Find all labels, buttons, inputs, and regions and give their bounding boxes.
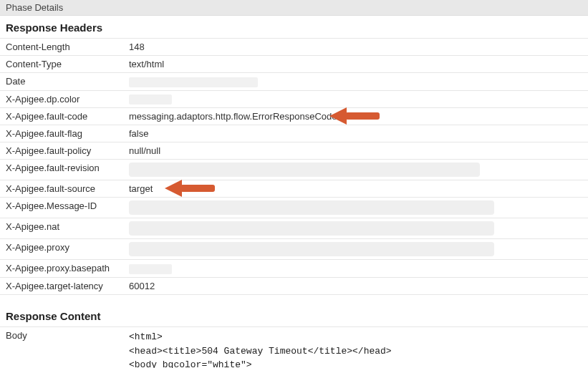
table-row: Body <html> <head><title>504 Gateway Tim… — [0, 327, 588, 368]
phase-title: Phase Details — [6, 2, 63, 13]
table-row: X-Apigee.fault-sourcetarget — [0, 180, 588, 198]
header-key: X-Apigee.dp.color — [0, 90, 123, 108]
redacted-value — [129, 95, 172, 105]
header-value — [123, 198, 588, 218]
body-label: Body — [0, 327, 123, 368]
response-content-table: Body <html> <head><title>504 Gateway Tim… — [0, 326, 588, 368]
body-value: <html> <head><title>504 Gateway Timeout<… — [123, 327, 588, 368]
header-value — [123, 160, 588, 180]
header-key: X-Apigee.target-latency — [0, 277, 123, 294]
table-row: Date — [0, 73, 588, 91]
redacted-value — [129, 264, 172, 274]
redacted-value — [129, 242, 494, 256]
header-value — [123, 73, 588, 91]
header-value: null/null — [123, 142, 588, 160]
header-value: 60012 — [123, 277, 588, 294]
body-pre: <html> <head><title>504 Gateway Timeout<… — [129, 330, 582, 368]
table-row: X-Apigee.fault-revision — [0, 160, 588, 180]
header-key: X-Apigee.Message-ID — [0, 198, 123, 218]
redacted-value — [129, 200, 494, 215]
response-headers-table: Content-Length148Content-Typetext/htmlDa… — [0, 38, 588, 294]
header-value — [123, 90, 588, 108]
table-row: Content-Typetext/html — [0, 56, 588, 73]
header-key: X-Apigee.proxy — [0, 239, 123, 260]
table-row: X-Apigee.target-latency60012 — [0, 277, 588, 294]
response-content-title: Response Content — [0, 304, 588, 326]
header-value-text: null/null — [129, 145, 160, 156]
header-value-text: target — [129, 183, 153, 194]
table-row: X-Apigee.fault-flagfalse — [0, 125, 588, 142]
redacted-value — [129, 163, 480, 177]
table-row: X-Apigee.proxy.basepath — [0, 260, 588, 278]
svg-rect-1 — [345, 112, 380, 120]
svg-marker-2 — [165, 180, 182, 197]
header-value-text: text/html — [129, 59, 164, 69]
header-value-text: false — [129, 128, 148, 139]
header-value-text: 60012 — [129, 281, 155, 291]
table-row: Content-Length148 — [0, 39, 588, 56]
table-row: X-Apigee.fault-codemessaging.adaptors.ht… — [0, 108, 588, 125]
header-value — [123, 218, 588, 239]
phase-details-bar: Phase Details — [0, 0, 588, 16]
header-value-text: 148 — [129, 42, 145, 52]
header-key: X-Apigee.fault-source — [0, 180, 123, 198]
redacted-value — [129, 221, 494, 236]
header-value: 148 — [123, 39, 588, 56]
svg-rect-3 — [180, 185, 215, 192]
header-key: Content-Type — [0, 56, 123, 73]
arrow-icon — [165, 178, 215, 198]
header-key: X-Apigee.fault-code — [0, 108, 123, 125]
header-value: text/html — [123, 56, 588, 73]
response-headers-title: Response Headers — [0, 16, 588, 38]
header-value — [123, 260, 588, 278]
header-key: X-Apigee.fault-flag — [0, 125, 123, 142]
header-value — [123, 239, 588, 260]
table-row: X-Apigee.nat — [0, 218, 588, 239]
arrow-icon — [329, 106, 380, 126]
header-key: X-Apigee.fault-policy — [0, 142, 123, 160]
table-row: X-Apigee.proxy — [0, 239, 588, 260]
header-key: Content-Length — [0, 39, 123, 56]
header-value: messaging.adaptors.http.flow.ErrorRespon… — [123, 108, 588, 125]
header-value-text: messaging.adaptors.http.flow.ErrorRespon… — [129, 111, 337, 122]
table-row: X-Apigee.dp.color — [0, 90, 588, 108]
header-key: Date — [0, 73, 123, 91]
header-key: X-Apigee.nat — [0, 218, 123, 239]
table-row: X-Apigee.Message-ID — [0, 198, 588, 218]
table-row: X-Apigee.fault-policynull/null — [0, 142, 588, 160]
header-key: X-Apigee.proxy.basepath — [0, 260, 123, 278]
spacer-table — [0, 294, 588, 305]
header-key: X-Apigee.fault-revision — [0, 160, 123, 180]
redacted-value — [129, 77, 258, 87]
header-value: target — [123, 180, 588, 198]
header-value: false — [123, 125, 588, 142]
